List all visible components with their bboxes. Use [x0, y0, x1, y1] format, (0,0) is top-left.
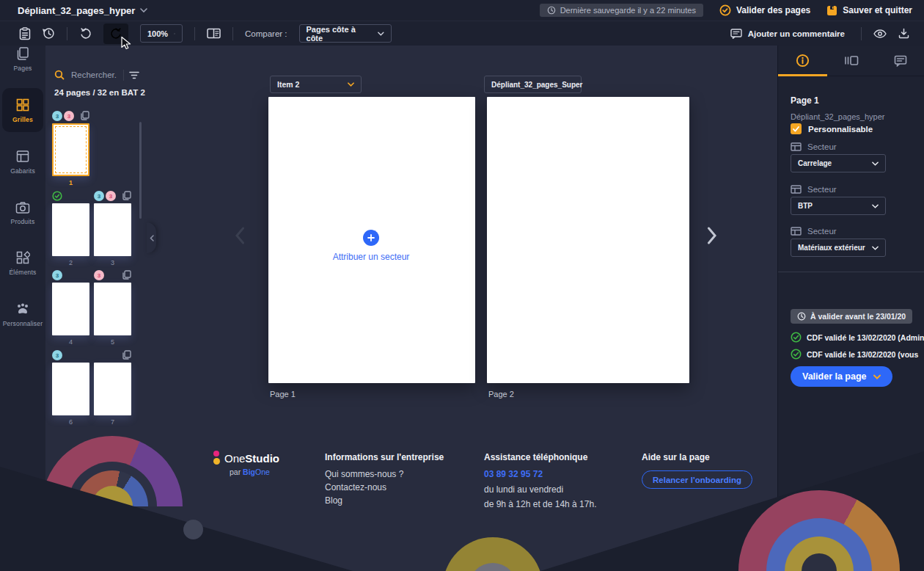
document-title-menu[interactable]: Dépliant_32_pages_hyper [18, 5, 147, 16]
preview-button[interactable] [873, 29, 887, 38]
duplicate-icon[interactable] [80, 111, 89, 120]
sidebar-item-produits[interactable]: Produits [0, 191, 45, 235]
history-button[interactable] [43, 27, 55, 40]
tab-info[interactable] [778, 46, 827, 76]
thumbnail-number: 4 [52, 338, 89, 346]
eye-icon [873, 29, 887, 38]
assign-sector-button[interactable]: Attribuer un secteur [326, 230, 416, 262]
paw-icon [15, 302, 31, 316]
checkbox-checked[interactable] [791, 123, 802, 134]
pending-clock-icon [797, 312, 806, 321]
thumbnail-number: 5 [94, 338, 131, 346]
page-thumbnail-7[interactable] [94, 363, 131, 415]
grid-icon [15, 98, 30, 112]
panel-collapse-handle[interactable] [147, 222, 156, 253]
undo-button[interactable] [79, 27, 92, 40]
compare-mode-select[interactable]: Pages côte à côte [299, 24, 392, 43]
prev-spread-button[interactable] [235, 226, 249, 245]
chevron-down-icon [174, 32, 175, 36]
add-comment-button[interactable]: Ajouter un commentaire [726, 28, 849, 40]
chevron-down-icon [348, 82, 354, 87]
duplicate-icon[interactable] [122, 350, 131, 360]
footer-link-contact[interactable]: Contactez-nous [325, 482, 444, 492]
validate-pages-label: Valider des pages [736, 5, 810, 15]
section-icon [791, 227, 802, 236]
compare-doc-select[interactable]: Dépliant_32_pages_Super [484, 76, 582, 93]
download-button[interactable] [898, 28, 909, 39]
badge-pink-count: 3 [64, 111, 74, 121]
save-quit-button[interactable]: Sauver et quitter [826, 5, 912, 16]
sector-select-3[interactable]: Matériaux extérieur [791, 239, 886, 257]
zoom-select[interactable]: 100% [140, 24, 183, 43]
sidebar-item-gabarits[interactable]: Gabarits [0, 139, 45, 183]
sector-label: Secteur [791, 185, 837, 194]
compare-doc-value: Dépliant_32_pages_Super [491, 81, 583, 89]
notes-button[interactable] [19, 27, 31, 40]
page-label-1: Page 1 [270, 390, 296, 399]
thumbnail-cell: 3 4 [52, 283, 89, 335]
page-thumbnail-6[interactable] [52, 363, 89, 415]
sidebar-item-personnaliser[interactable]: Personnaliser [0, 292, 45, 336]
footer-support-heading: Assistance téléphonique [484, 452, 596, 462]
chevron-down-icon [872, 161, 879, 166]
customizable-checkbox-row[interactable]: Personnalisable [791, 123, 873, 134]
filter-icon[interactable] [129, 71, 139, 79]
main-sidebar: Pages Grilles Gabarits Produits Éléments… [0, 21, 45, 571]
sector-select-2[interactable]: BTP [791, 197, 886, 215]
duplicate-icon[interactable] [122, 191, 131, 200]
section-icon [791, 142, 802, 151]
chevron-down-icon [872, 246, 879, 250]
validate-page-button[interactable]: Valider la page [791, 366, 892, 387]
validate-pages-button[interactable]: Valider des pages [719, 4, 810, 16]
redo-button-active[interactable] [103, 23, 128, 44]
page-preview-2[interactable] [487, 97, 689, 383]
history-clock-icon [43, 27, 55, 40]
search-input[interactable] [70, 70, 118, 80]
spread-view-button[interactable] [207, 28, 221, 39]
sidebar-item-elements[interactable]: Éléments [0, 241, 45, 285]
add-comment-label: Ajouter un commentaire [748, 29, 845, 38]
inspector-doc-name: Dépliant_32_pages_hyper [791, 112, 884, 121]
footer-help-heading: Aide sur la page [642, 452, 752, 462]
duplicate-icon[interactable] [122, 270, 131, 280]
footer-link-blog[interactable]: Blog [325, 495, 444, 506]
page-thumbnail-1[interactable] [52, 123, 89, 176]
sector-select-1[interactable]: Carrelage [791, 154, 886, 172]
sidebar-item-grilles[interactable]: Grilles [2, 88, 43, 132]
sector-select-3-value: Matériaux extérieur [798, 244, 865, 252]
pages-icon [15, 46, 30, 61]
item-select[interactable]: Item 2 [270, 76, 362, 93]
sidebar-item-label: Gabarits [10, 167, 35, 175]
panel-scrollbar[interactable] [139, 122, 142, 219]
page-label-2: Page 2 [488, 390, 514, 399]
page-thumbnail-4[interactable] [52, 283, 89, 335]
restart-onboarding-button[interactable]: Relancer l'onboarding [642, 470, 752, 489]
customizable-label: Personnalisable [808, 125, 873, 134]
sidebar-item-label: Produits [11, 218, 35, 225]
tab-comments[interactable] [876, 46, 924, 76]
toolbar-divider [232, 27, 233, 40]
chevron-left-icon [150, 235, 154, 241]
logo-dots-icon [213, 451, 220, 465]
plus-circle-icon [363, 230, 379, 246]
page-thumbnail-5[interactable] [94, 283, 131, 335]
check-circle-icon [791, 332, 802, 343]
search-divider [123, 70, 124, 81]
thumbnail-cell: 7 [94, 363, 131, 415]
footer-phone-link[interactable]: 03 89 32 95 72 [484, 469, 596, 479]
document-title: Dépliant_32_pages_hyper [18, 5, 135, 16]
last-save-badge: Dernière sauvegarde il y a 22 minutes [540, 4, 703, 17]
check-circle-icon [791, 349, 802, 360]
donut-decoration [443, 537, 543, 571]
thumbnail-cell: 3 3 1 [52, 123, 89, 176]
badge-teal-count: 3 [94, 191, 104, 201]
thumbnail-cell: 2 [52, 203, 89, 256]
toolbar-divider [194, 27, 195, 40]
footer-link-about[interactable]: Qui sommes-nous ? [325, 469, 444, 479]
tab-versions[interactable] [827, 46, 876, 76]
chevron-down-icon [873, 374, 881, 379]
next-spread-button[interactable] [707, 226, 722, 245]
compare-mode-value: Pages côte à côte [307, 25, 372, 43]
page-thumbnail-3[interactable] [94, 203, 131, 256]
page-thumbnail-2[interactable] [52, 203, 89, 256]
